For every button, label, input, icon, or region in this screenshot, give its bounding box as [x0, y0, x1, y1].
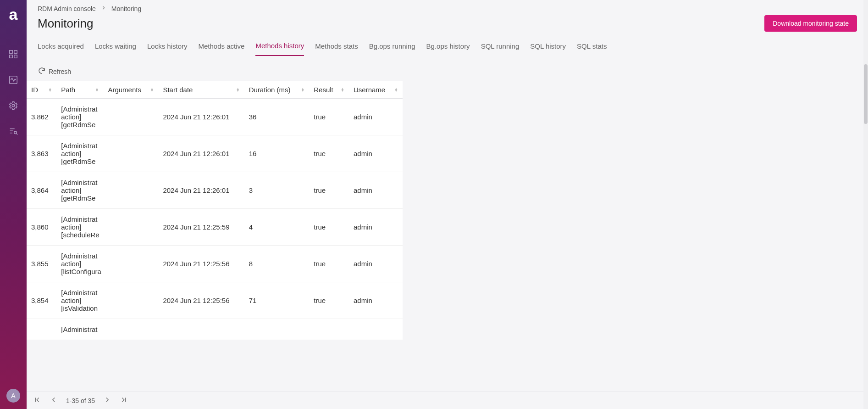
column-header[interactable]: Path▲▼	[56, 81, 103, 99]
table-cell: 2024 Jun 21 12:25:56	[158, 282, 244, 319]
table-cell: 71	[244, 282, 310, 319]
table-row[interactable]: 3,854[Administrat action] [isValidation2…	[27, 282, 403, 319]
table-cell: admin	[349, 172, 403, 209]
breadcrumb-root[interactable]: RDM Admin console	[38, 5, 96, 12]
column-label: Path	[61, 86, 75, 94]
table-row[interactable]: 3,864[Administrat action] [getRdmSe2024 …	[27, 172, 403, 209]
column-header[interactable]: Arguments▲▼	[103, 81, 158, 99]
column-header[interactable]: Username▲▼	[349, 81, 403, 99]
chevron-left-icon	[50, 396, 58, 405]
refresh-label: Refresh	[49, 68, 71, 75]
column-header[interactable]: Result▲▼	[309, 81, 349, 99]
table-row[interactable]: 3,855[Administrat action] [listConfigura…	[27, 246, 403, 282]
activity-icon	[8, 75, 18, 86]
column-label: Result	[314, 86, 333, 94]
sort-icon: ▲▼	[301, 88, 304, 92]
table-cell: 16	[244, 135, 310, 172]
sidebar-item-query[interactable]	[4, 123, 22, 141]
table-cell: admin	[349, 246, 403, 282]
table-cell	[103, 99, 158, 135]
table-cell: admin	[349, 99, 403, 135]
sidebar-item-dashboard[interactable]	[4, 45, 22, 64]
gear-icon	[8, 101, 18, 112]
table-row[interactable]: 3,863[Administrat action] [getRdmSe2024 …	[27, 135, 403, 172]
sort-icon: ▲▼	[394, 88, 398, 92]
pager-range: 1-35 of 35	[66, 397, 95, 404]
tab-bg-ops-history[interactable]: Bg.ops history	[426, 42, 470, 56]
table-cell: true	[309, 209, 349, 246]
tab-sql-running[interactable]: SQL running	[481, 42, 520, 56]
column-header[interactable]: Start date▲▼	[158, 81, 244, 99]
svg-rect-2	[10, 55, 12, 57]
table-cell: [Administrat action] [getRdmSe	[56, 172, 103, 209]
table-cell: 3	[244, 172, 310, 209]
table-cell: 8	[244, 246, 310, 282]
table-cell: 2024 Jun 21 12:25:59	[158, 209, 244, 246]
tab-methods-stats[interactable]: Methods stats	[315, 42, 358, 56]
main-content: RDM Admin console Monitoring Monitoring …	[27, 0, 868, 409]
refresh-button[interactable]: Refresh	[38, 67, 71, 76]
table-cell: 3,860	[27, 209, 56, 246]
tab-locks-history[interactable]: Locks history	[147, 42, 188, 56]
tab-methods-active[interactable]: Methods active	[199, 42, 245, 56]
tab-bg-ops-running[interactable]: Bg.ops running	[369, 42, 415, 56]
tab-methods-history[interactable]: Methods history	[255, 42, 304, 56]
tab-sql-stats[interactable]: SQL stats	[577, 42, 607, 56]
tab-sql-history[interactable]: SQL history	[530, 42, 566, 56]
tab-locks-waiting[interactable]: Locks waiting	[95, 42, 136, 56]
table-scroll-region[interactable]: ID▲▼Path▲▼Arguments▲▼Start date▲▼Duratio…	[27, 81, 868, 392]
sidebar: a A	[0, 0, 27, 409]
table-cell: admin	[349, 135, 403, 172]
svg-point-5	[12, 104, 15, 107]
table-cell	[349, 319, 403, 340]
svg-rect-0	[10, 50, 12, 53]
table-row[interactable]: 3,860[Administrat action] [scheduleRe202…	[27, 209, 403, 246]
refresh-icon	[38, 67, 46, 76]
column-label: Start date	[163, 86, 193, 94]
column-label: Duration (ms)	[249, 86, 291, 94]
pager: 1-35 of 35	[27, 392, 868, 409]
table-cell: true	[309, 135, 349, 172]
column-label: ID	[31, 86, 38, 94]
table-cell: true	[309, 172, 349, 209]
table-cell: 3,855	[27, 246, 56, 282]
table-cell: 3,862	[27, 99, 56, 135]
table-cell: [Administrat action] [scheduleRe	[56, 209, 103, 246]
breadcrumb: RDM Admin console Monitoring	[38, 5, 857, 12]
column-header[interactable]: ID▲▼	[27, 81, 56, 99]
avatar[interactable]: A	[6, 389, 20, 403]
header: RDM Admin console Monitoring Monitoring …	[27, 0, 868, 32]
pager-last-button[interactable]	[120, 396, 128, 405]
svg-rect-3	[14, 55, 17, 57]
column-header[interactable]: Duration (ms)▲▼	[244, 81, 310, 99]
chevron-right-icon	[100, 5, 107, 12]
table-cell: admin	[349, 282, 403, 319]
table-cell: admin	[349, 209, 403, 246]
sidebar-item-settings[interactable]	[4, 97, 22, 115]
pager-first-button[interactable]	[33, 396, 41, 405]
download-monitoring-button[interactable]: Download monitoring state	[764, 15, 857, 32]
scrollbar[interactable]	[863, 0, 868, 409]
table-cell: 2024 Jun 21 12:26:01	[158, 172, 244, 209]
table-row[interactable]: [Administrat	[27, 319, 403, 340]
table-cell	[158, 319, 244, 340]
app-logo: a	[9, 6, 18, 23]
table-cell	[103, 209, 158, 246]
chevron-first-icon	[33, 396, 41, 405]
table-cell: [Administrat action] [listConfigura	[56, 246, 103, 282]
table-cell: 36	[244, 99, 310, 135]
table-cell: 2024 Jun 21 12:26:01	[158, 99, 244, 135]
table-cell: [Administrat action] [getRdmSe	[56, 99, 103, 135]
tab-locks-acquired[interactable]: Locks acquired	[38, 42, 84, 56]
table-cell: true	[309, 99, 349, 135]
sidebar-item-monitoring[interactable]	[4, 71, 22, 90]
breadcrumb-current: Monitoring	[111, 5, 141, 12]
sort-icon: ▲▼	[48, 88, 52, 92]
scrollbar-thumb[interactable]	[864, 64, 868, 124]
pager-next-button[interactable]	[103, 396, 111, 405]
chevron-right-icon	[103, 396, 111, 405]
page-title: Monitoring	[38, 17, 93, 31]
table-row[interactable]: 3,862[Administrat action] [getRdmSe2024 …	[27, 99, 403, 135]
pager-prev-button[interactable]	[50, 396, 58, 405]
table-cell: 4	[244, 209, 310, 246]
